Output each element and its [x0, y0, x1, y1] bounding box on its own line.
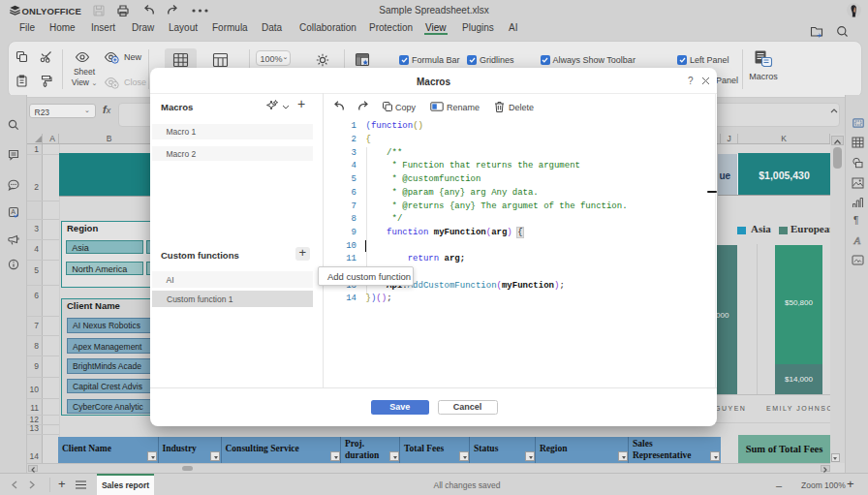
svg-text:A: A: [11, 208, 16, 215]
svg-text:A: A: [853, 234, 861, 246]
